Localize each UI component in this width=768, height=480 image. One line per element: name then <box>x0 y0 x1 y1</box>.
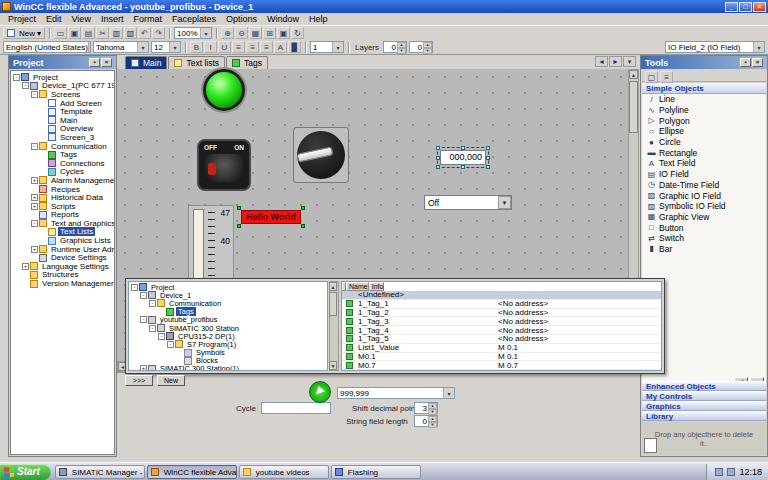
underline-button[interactable]: U <box>218 41 231 53</box>
snap-icon[interactable]: ⊞ <box>263 27 276 39</box>
selection-handle[interactable] <box>436 156 440 160</box>
start-button[interactable]: Start <box>0 464 51 480</box>
menu-item[interactable]: Window <box>262 14 304 24</box>
tree-expander-icon[interactable]: - <box>22 82 29 89</box>
tab-list-icon[interactable]: ▾ <box>623 56 636 67</box>
tree-expander-icon[interactable]: + <box>31 177 38 184</box>
dropdown-arrow-icon[interactable]: ▼ <box>498 196 511 209</box>
tool-item[interactable]: ● Circle <box>642 137 766 148</box>
tab-order-select[interactable]: 1 ▾ <box>310 41 344 53</box>
tree-expander-icon[interactable]: - <box>149 325 156 332</box>
menu-item[interactable]: Faceplates <box>167 14 221 24</box>
menu-item[interactable]: Options <box>221 14 262 24</box>
spinner-down-icon[interactable]: ▼ <box>423 48 432 54</box>
tree-item[interactable]: Screen_3 <box>11 133 114 142</box>
selection-handle[interactable] <box>237 224 241 228</box>
font-select[interactable]: Tahoma ▾ <box>93 41 149 53</box>
cycle-field[interactable] <box>261 402 331 414</box>
tool-item[interactable]: ▦ Graphic View <box>642 212 766 223</box>
rotary-switch-object[interactable] <box>293 127 349 183</box>
editor-tab[interactable]: Main <box>125 56 167 69</box>
tree-expander-icon[interactable]: - <box>31 220 38 227</box>
tool-category-header[interactable]: Enhanced Objects <box>642 381 766 391</box>
paste-icon[interactable]: ▧ <box>124 27 137 39</box>
tree-expander-icon[interactable]: + <box>31 194 38 201</box>
io-field-object[interactable]: 000,000 <box>440 150 486 165</box>
panel-pin-icon[interactable]: ▪ <box>740 58 751 67</box>
tree-expander-icon[interactable]: + <box>140 365 147 371</box>
tree-item[interactable]: Template <box>11 107 114 116</box>
tree-expander-icon[interactable]: + <box>31 203 38 210</box>
tree-item[interactable]: - Communication <box>129 299 327 307</box>
tree-expander-icon[interactable]: - <box>149 300 156 307</box>
scroll-up-icon[interactable]: ▲ <box>329 282 337 291</box>
maximize-button[interactable]: □ <box>739 2 752 12</box>
tool-item[interactable]: ▧ Graphic IO Field <box>642 190 766 201</box>
tool-item[interactable]: / Line <box>642 94 766 105</box>
symbolic-io-field-object[interactable]: Off ▼ <box>424 195 512 210</box>
scroll-up-icon[interactable]: ▲ <box>629 70 638 79</box>
save-icon[interactable]: ▣ <box>68 27 81 39</box>
menu-item[interactable]: View <box>67 14 96 24</box>
selection-handle[interactable] <box>461 165 465 169</box>
tree-expander-icon[interactable]: + <box>31 246 38 253</box>
undo-icon[interactable]: ↶ <box>138 27 151 39</box>
tool-item[interactable]: ▷ Polygon <box>642 115 766 126</box>
scroll-down-icon[interactable]: ▼ <box>329 361 337 370</box>
tag-row[interactable]: M0.7 M 0.7 <box>342 361 661 370</box>
tool-category-header[interactable]: Graphics <box>642 401 766 411</box>
tree-expander-icon[interactable]: - <box>31 143 38 150</box>
zoom-select[interactable]: 100% ▾ <box>174 27 212 39</box>
tree-item[interactable]: - Device_1(PC 677 19" Touch) <box>11 82 114 91</box>
selection-handle[interactable] <box>301 206 305 210</box>
align-left-button[interactable]: ≡ <box>232 41 245 53</box>
close-button[interactable]: × <box>753 2 766 12</box>
spinner-down-icon[interactable]: ▼ <box>428 422 437 428</box>
tree-expander-icon[interactable]: - <box>13 74 20 81</box>
tree-item[interactable]: Overview <box>11 125 114 134</box>
tree-item[interactable]: + Historical Data <box>11 193 114 202</box>
new-tag-button[interactable]: New <box>157 375 185 386</box>
tab-scroll-right-icon[interactable]: ► <box>609 56 622 67</box>
menu-item[interactable]: Project <box>3 14 41 24</box>
pilot-light-object[interactable] <box>203 69 245 111</box>
format-pattern-select[interactable]: 999,999 ▾ <box>337 387 455 399</box>
tools-panel-header[interactable]: Tools ▪ × <box>641 56 767 69</box>
panel-close-icon[interactable]: × <box>752 58 763 67</box>
scrollbar-thumb[interactable] <box>329 292 337 316</box>
tree-item[interactable]: - Text and Graphics Lists <box>11 219 114 228</box>
tree-expander-icon[interactable]: - <box>131 284 138 291</box>
selection-handle[interactable] <box>486 165 490 169</box>
align-center-button[interactable]: ≡ <box>246 41 259 53</box>
taskbar-task-button[interactable]: SIMATIC Manager - y... <box>55 465 145 479</box>
new-button[interactable]: New ▾ <box>3 27 45 39</box>
cut-icon[interactable]: ✂ <box>96 27 109 39</box>
rotate-icon[interactable]: ↻ <box>291 27 304 39</box>
tree-item[interactable]: Recipes <box>11 185 114 194</box>
language-select[interactable]: English (United States) ▾ <box>3 41 91 53</box>
tree-item[interactable]: Reports <box>11 211 114 220</box>
window-titlebar[interactable]: WinCC flexible Advanced - youtube_profib… <box>0 0 768 13</box>
tree-item[interactable]: - Project <box>11 73 114 82</box>
font-color-button[interactable]: A <box>274 41 287 53</box>
tree-item[interactable]: + Scripts <box>11 202 114 211</box>
tool-item[interactable]: ▨ Symbolic IO Field <box>642 201 766 212</box>
tree-item[interactable]: - Communication <box>11 142 114 151</box>
tree-item[interactable]: Connections <box>11 159 114 168</box>
tool-item[interactable]: ⇄ Switch <box>642 233 766 244</box>
expand-browser-button[interactable]: >>> <box>125 375 153 386</box>
network-icon[interactable] <box>715 468 723 476</box>
selection-handle[interactable] <box>301 224 305 228</box>
editor-tab[interactable]: Text lists <box>168 56 225 69</box>
taskbar-task-button[interactable]: Flashing <box>331 465 421 479</box>
tree-item[interactable]: + Language Settings <box>11 262 114 271</box>
tree-scrollbar[interactable]: ▲ ▼ <box>329 281 339 371</box>
spinner-down-icon[interactable]: ▼ <box>397 48 406 54</box>
minimize-button[interactable]: _ <box>725 2 738 12</box>
tool-item[interactable]: ∿ Polyline <box>642 105 766 116</box>
print-icon[interactable]: ▤ <box>82 27 95 39</box>
details-toggle[interactable]: ≡ <box>660 71 673 83</box>
tool-category-header[interactable]: My Controls <box>642 391 766 401</box>
tool-item[interactable]: ▮ Bar <box>642 244 766 255</box>
scrollbar-thumb[interactable] <box>629 81 638 133</box>
